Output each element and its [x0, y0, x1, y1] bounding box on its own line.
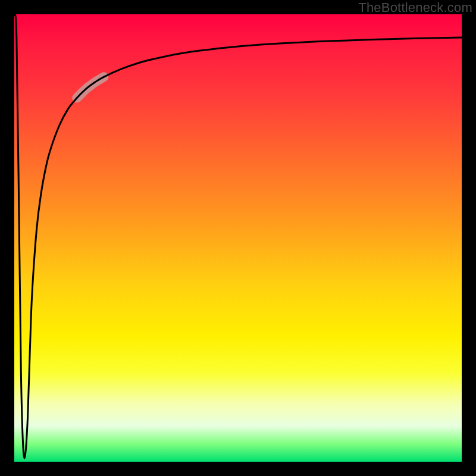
- plot-area: [14, 14, 462, 462]
- curve-layer: [14, 14, 462, 462]
- bottleneck-curve: [14, 14, 462, 458]
- chart-frame: TheBottleneck.com: [0, 0, 476, 476]
- attribution-label: TheBottleneck.com: [358, 0, 472, 15]
